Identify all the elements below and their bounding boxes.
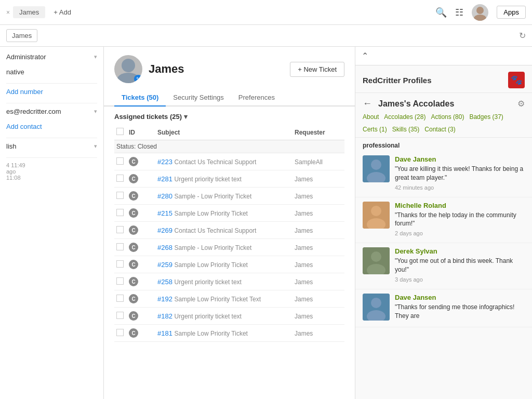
row-checkbox[interactable] [116, 157, 124, 165]
sidebar-language-value: lish ▾ [6, 142, 97, 150]
svg-point-8 [371, 206, 381, 216]
ticket-requester: James [295, 244, 313, 251]
gear-icon[interactable]: ⚙ [517, 99, 525, 109]
ticket-status-badge: C [129, 174, 138, 183]
edit-avatar-icon[interactable]: ✎ [134, 75, 142, 83]
row-checkbox[interactable] [116, 277, 124, 285]
sidebar-email-field: es@redcritter.com ▾ [6, 108, 97, 115]
search-icon[interactable]: 🔍 [435, 7, 447, 18]
middle-panel: ✎ James + New Ticket Tickets (50) Securi… [104, 47, 355, 399]
accolade-time: 2 days ago [395, 230, 525, 236]
refresh-icon[interactable]: ↻ [519, 31, 526, 40]
table-row[interactable]: C #181 Sample Low Priority Ticket James [114, 325, 344, 342]
ticket-status-badge: C [129, 157, 138, 166]
row-checkbox[interactable] [116, 260, 124, 268]
profile-tabs: Tickets (50) Security Settings Preferenc… [104, 89, 355, 107]
nav-about[interactable]: About [363, 113, 379, 121]
ticket-id: #269 [157, 227, 172, 234]
breadcrumb-james[interactable]: James [6, 29, 37, 42]
sidebar-meta-2: ago [6, 168, 97, 175]
section-professional-label: professional [355, 138, 532, 151]
row-checkbox[interactable] [116, 329, 124, 336]
collapse-panel-button[interactable]: ⌃ [362, 51, 368, 61]
row-checkbox[interactable] [116, 192, 124, 199]
back-button[interactable]: ← [363, 98, 372, 109]
sidebar-language-dropdown[interactable]: ▾ [94, 143, 97, 150]
user-avatar[interactable] [472, 4, 488, 21]
nav-skills[interactable]: Skills (35) [392, 126, 420, 133]
ticket-subject: Sample Low Priority Ticket [175, 330, 248, 337]
sidebar-role-dropdown[interactable]: ▾ [94, 54, 97, 60]
sidebar-add-phone[interactable]: Add number [6, 88, 43, 96]
sidebar-phone-field: Add number [6, 88, 97, 96]
tab-tickets[interactable]: Tickets (50) [114, 89, 166, 107]
sidebar-meta-1: 4 11:49 [6, 162, 97, 168]
ticket-requester: James [295, 330, 313, 337]
row-checkbox[interactable] [116, 226, 124, 233]
table-row[interactable]: C #182 Urgent priority ticket text James [114, 308, 344, 325]
ticket-requester: James [295, 193, 313, 200]
table-row[interactable]: C #281 Urgent priority ticket text James [114, 170, 344, 188]
sidebar-email-dropdown[interactable]: ▾ [94, 108, 97, 115]
svg-point-2 [122, 59, 135, 72]
ticket-requester: SampleAll [295, 158, 323, 166]
ticket-requester: James [295, 176, 313, 183]
grid-icon[interactable]: ☷ [455, 7, 463, 18]
accolade-name: Michelle Roland [395, 202, 525, 209]
accolade-quote: "Thanks for the help today in the commun… [395, 211, 525, 229]
add-tab-button[interactable]: + Add [54, 8, 71, 16]
sidebar-language-field: lish ▾ [6, 142, 97, 150]
nav-badges[interactable]: Badges (37) [469, 113, 503, 121]
accolade-avatar [363, 155, 390, 182]
tab-security-settings[interactable]: Security Settings [166, 89, 231, 107]
back-circle-icon: ← [363, 98, 372, 109]
assigned-dropdown-arrow[interactable]: ▾ [184, 113, 188, 121]
tab-preferences[interactable]: Preferences [231, 89, 282, 107]
row-checkbox[interactable] [116, 209, 124, 216]
row-checkbox[interactable] [116, 175, 124, 182]
accolade-quote: "You are killing it this week! Thanks fo… [395, 165, 525, 182]
nav-actions[interactable]: Actions (80) [431, 113, 464, 121]
profile-header: ✎ James + New Ticket [104, 47, 355, 83]
nav-accolades[interactable]: Accolades (28) [384, 113, 425, 121]
ticket-requester: James [295, 296, 313, 303]
sidebar-meta-3: 11:08 [6, 175, 97, 181]
ticket-status-badge: C [129, 311, 138, 321]
sidebar-role-label: Administrator [6, 53, 46, 61]
right-panel: ⌃ RedCritter Profiles 🐾 ← James's Accola… [355, 47, 532, 399]
ticket-subject: Contact Us Technical Support [175, 227, 257, 234]
table-row[interactable]: C #223 Contact Us Technical Support Samp… [114, 153, 344, 170]
sidebar-divider-2 [6, 103, 97, 103]
sub-nav-right: ↻ [519, 31, 526, 41]
accolade-name: Dave Jansen [395, 155, 525, 163]
table-row[interactable]: C #268 Sample - Low Priority Ticket Jame… [114, 239, 344, 256]
accolade-name: Derek Sylvan [395, 247, 525, 255]
nav-contact[interactable]: Contact (3) [424, 126, 455, 133]
tab-close-icon[interactable]: × [6, 9, 10, 16]
tickets-section: Assigned tickets (25) ▾ ID Subject Reque… [104, 107, 355, 342]
table-row[interactable]: C #280 Sample - Low Priority Ticket Jame… [114, 188, 344, 205]
accolade-time: 42 minutes ago [395, 184, 525, 191]
row-checkbox[interactable] [116, 295, 124, 302]
assigned-tickets-label: Assigned tickets (25) [114, 113, 182, 121]
profile-avatar: ✎ [114, 55, 142, 83]
tab-label[interactable]: James [13, 6, 45, 18]
table-row[interactable]: C #258 Urgent priority ticket text James [114, 273, 344, 290]
new-ticket-button[interactable]: + New Ticket [290, 62, 344, 77]
accolade-name: Dave Jansen [395, 294, 525, 301]
row-checkbox[interactable] [116, 312, 124, 319]
ticket-subject: Urgent priority ticket text [175, 278, 242, 286]
accolade-content: Derek Sylvan "You got me out of a bind t… [395, 247, 525, 283]
table-row[interactable]: C #269 Contact Us Technical Support Jame… [114, 222, 344, 239]
table-row[interactable]: C #215 Sample Low Priority Ticket James [114, 205, 344, 222]
table-row[interactable]: C #259 Sample Low Priority Ticket James [114, 256, 344, 273]
ticket-requester: James [295, 278, 313, 286]
nav-certs[interactable]: Certs (1) [363, 126, 387, 133]
sidebar-add-contact[interactable]: Add contact [6, 123, 42, 130]
main-layout: Administrator ▾ native Add number es@red… [0, 47, 532, 399]
select-all-checkbox[interactable] [116, 128, 124, 135]
accolade-item: Dave Jansen "Thanks for sending me those… [355, 289, 532, 327]
apps-button[interactable]: Apps [497, 6, 526, 19]
table-row[interactable]: C #192 Sample Low Priority Ticket Text J… [114, 290, 344, 308]
row-checkbox[interactable] [116, 243, 124, 250]
